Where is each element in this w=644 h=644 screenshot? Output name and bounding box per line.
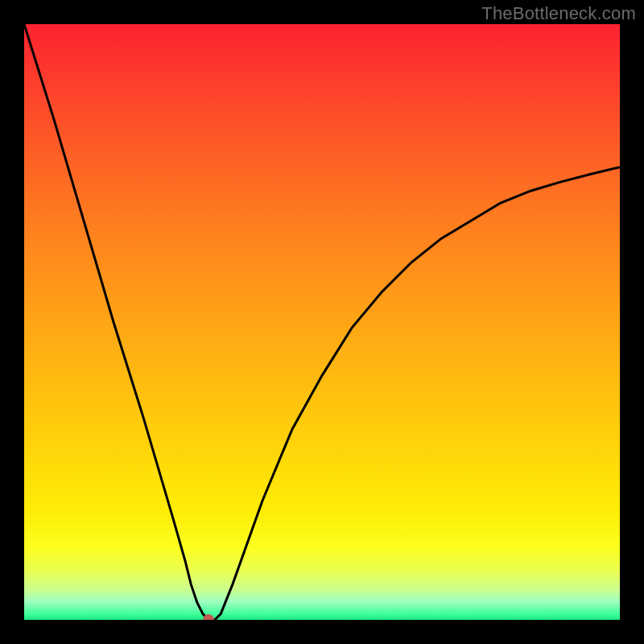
bottleneck-curve xyxy=(24,24,620,620)
watermark-text: TheBottleneck.com xyxy=(481,3,636,24)
chart-frame: TheBottleneck.com xyxy=(0,0,644,644)
plot-area xyxy=(24,24,620,620)
minimum-marker-dot xyxy=(203,614,214,620)
